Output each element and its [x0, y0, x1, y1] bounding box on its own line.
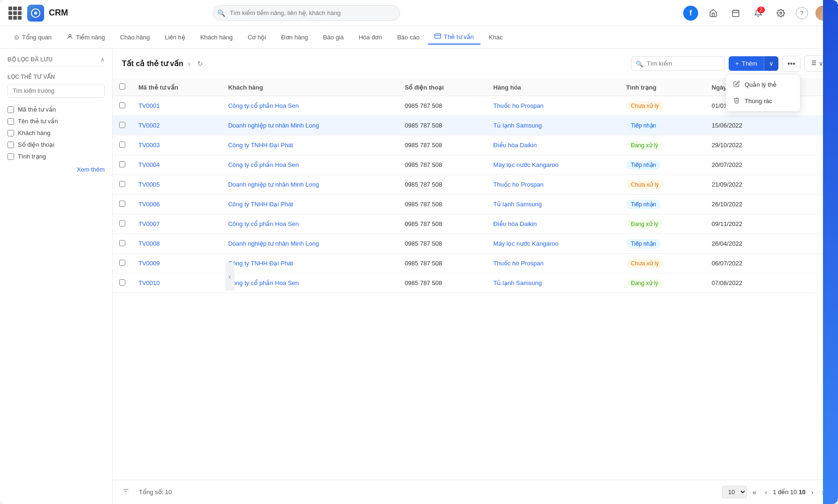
- ma-link[interactable]: TV0004: [138, 161, 160, 168]
- row-checkbox[interactable]: [119, 279, 125, 286]
- row-more-button[interactable]: •••: [798, 140, 808, 150]
- ma-link[interactable]: TV0005: [138, 181, 160, 188]
- khach-link[interactable]: Công ty cổ phần Hoa Sen: [228, 279, 298, 286]
- filter-icon[interactable]: [122, 488, 130, 496]
- ma-link[interactable]: TV0007: [138, 220, 160, 227]
- home-icon[interactable]: [706, 6, 721, 21]
- hang-link[interactable]: Thuốc ho Prospan: [493, 260, 543, 267]
- row-more-button[interactable]: •••: [798, 219, 808, 229]
- filter-ten-the[interactable]: Tên thẻ tư vấn: [8, 115, 105, 127]
- khach-link[interactable]: Công ty cổ phần Hoa Sen: [228, 220, 298, 227]
- hang-link[interactable]: Điều hòa Daikin: [493, 220, 537, 227]
- row-edit-button[interactable]: [786, 180, 794, 189]
- nav-co-hoi[interactable]: Cơ hội: [241, 31, 273, 44]
- nav-bao-gia[interactable]: Báo giá: [316, 31, 350, 44]
- add-button[interactable]: + Thêm ∨: [729, 56, 778, 71]
- row-edit-button[interactable]: [786, 258, 794, 268]
- row-checkbox[interactable]: [119, 161, 125, 167]
- row-checkbox[interactable]: [119, 201, 125, 207]
- filter-sdt-checkbox[interactable]: [8, 142, 14, 148]
- hang-link[interactable]: Điều hòa Daikin: [493, 142, 537, 149]
- hang-link[interactable]: Thuốc ho Prospan: [493, 102, 543, 109]
- row-edit-button[interactable]: [786, 219, 794, 229]
- dropdown-thung-rac[interactable]: Thùng rác: [726, 93, 800, 109]
- prev-page-button[interactable]: ‹: [762, 486, 770, 498]
- nav-tong-quan[interactable]: ⊙ Tổng quan: [8, 31, 58, 44]
- header-search-input[interactable]: [631, 56, 725, 71]
- filter-ma-the-checkbox[interactable]: [8, 106, 14, 113]
- row-more-button[interactable]: •••: [798, 278, 808, 288]
- row-edit-button[interactable]: [786, 140, 794, 150]
- hang-link[interactable]: Tủ lạnh Samsung: [493, 201, 541, 208]
- ma-link[interactable]: TV0002: [138, 122, 160, 129]
- more-options-button[interactable]: •••: [782, 56, 800, 72]
- khach-link[interactable]: Doanh nghiệp tư nhân Minh Long: [228, 240, 319, 247]
- hang-link[interactable]: Tủ lạnh Samsung: [493, 279, 541, 286]
- saved-filter-chevron[interactable]: ∧: [100, 56, 105, 63]
- row-edit-button[interactable]: [786, 239, 794, 248]
- row-checkbox[interactable]: [119, 220, 125, 226]
- hang-link[interactable]: Tủ lạnh Samsung: [493, 122, 541, 129]
- ma-link[interactable]: TV0003: [138, 142, 160, 149]
- row-edit-button[interactable]: [786, 120, 794, 130]
- grid-menu-icon[interactable]: [8, 6, 23, 21]
- notification-icon[interactable]: 2: [751, 6, 766, 21]
- calendar-icon[interactable]: [728, 6, 743, 21]
- topbar-search-input[interactable]: [213, 5, 400, 21]
- add-button-arrow[interactable]: ∨: [764, 56, 778, 71]
- row-checkbox[interactable]: [119, 122, 125, 128]
- khach-link[interactable]: Công ty cổ phần Hoa Sen: [228, 161, 298, 168]
- nav-chao-hang[interactable]: Chào hàng: [114, 31, 157, 44]
- hang-link[interactable]: Máy lọc nước Kangaroo: [493, 240, 558, 247]
- filter-ma-the[interactable]: Mã thẻ tư vấn: [8, 104, 105, 115]
- title-chevron-icon[interactable]: ∨: [187, 60, 191, 67]
- filter-ten-the-checkbox[interactable]: [8, 118, 14, 125]
- khach-link[interactable]: Doanh nghiệp tư nhân Minh Long: [228, 122, 319, 129]
- khach-link[interactable]: Công ty TNHH Đại Phát: [228, 201, 293, 208]
- filter-tinh-trang-checkbox[interactable]: [8, 153, 14, 160]
- row-more-button[interactable]: •••: [798, 160, 808, 170]
- facebook-icon[interactable]: f: [683, 6, 698, 21]
- nav-lien-he[interactable]: Liên hệ: [158, 31, 191, 44]
- row-checkbox[interactable]: [119, 102, 125, 108]
- ma-link[interactable]: TV0010: [138, 279, 160, 286]
- next-page-button[interactable]: ›: [808, 486, 816, 498]
- filter-khach-hang-checkbox[interactable]: [8, 130, 14, 136]
- filter-khach-hang[interactable]: Khách hàng: [8, 127, 105, 139]
- nav-bao-cao[interactable]: Báo cáo: [390, 31, 426, 44]
- refresh-icon[interactable]: ↻: [197, 60, 203, 68]
- nav-the-tu-van[interactable]: Thẻ tư vấn: [428, 30, 480, 45]
- hang-link[interactable]: Máy lọc nước Kangaroo: [493, 161, 558, 168]
- hang-link[interactable]: Thuốc ho Prospan: [493, 181, 543, 188]
- khach-link[interactable]: Công ty TNHH Đại Phát: [228, 142, 293, 149]
- row-more-button[interactable]: •••: [798, 239, 808, 248]
- nav-hoa-don[interactable]: Hóa đơn: [352, 31, 389, 44]
- row-checkbox[interactable]: [119, 260, 125, 266]
- ma-link[interactable]: TV0001: [138, 102, 160, 109]
- row-more-button[interactable]: •••: [798, 120, 808, 130]
- filter-search-input[interactable]: [8, 84, 105, 98]
- dropdown-quan-ly-the[interactable]: Quản lý thẻ: [726, 76, 800, 93]
- see-more-link[interactable]: Xem thêm: [8, 166, 105, 173]
- sidebar-collapse-toggle[interactable]: ‹: [225, 263, 235, 291]
- nav-khac[interactable]: Khác: [482, 31, 510, 44]
- ma-link[interactable]: TV0009: [138, 260, 160, 267]
- row-edit-button[interactable]: [786, 160, 794, 170]
- row-edit-button[interactable]: [786, 199, 794, 209]
- khach-link[interactable]: Công ty cổ phần Hoa Sen: [228, 102, 298, 109]
- row-checkbox[interactable]: [119, 240, 125, 246]
- help-icon[interactable]: ?: [796, 7, 808, 19]
- nav-tiem-nang[interactable]: Tiềm năng: [60, 30, 112, 44]
- khach-link[interactable]: Công ty TNHH Đại Phát: [228, 260, 293, 267]
- row-more-button[interactable]: •••: [798, 180, 808, 189]
- nav-don-hang[interactable]: Đơn hàng: [274, 31, 314, 44]
- page-size-select[interactable]: 10 20 50: [722, 486, 747, 498]
- row-more-button[interactable]: •••: [798, 258, 808, 268]
- select-all-checkbox[interactable]: [119, 83, 125, 90]
- ma-link[interactable]: TV0006: [138, 201, 160, 208]
- row-checkbox[interactable]: [119, 142, 125, 148]
- filter-sdt[interactable]: Số điện thoại: [8, 139, 105, 150]
- filter-tinh-trang[interactable]: Tình trạng: [8, 150, 105, 162]
- row-checkbox[interactable]: [119, 181, 125, 187]
- nav-khach-hang[interactable]: Khách hàng: [194, 31, 239, 44]
